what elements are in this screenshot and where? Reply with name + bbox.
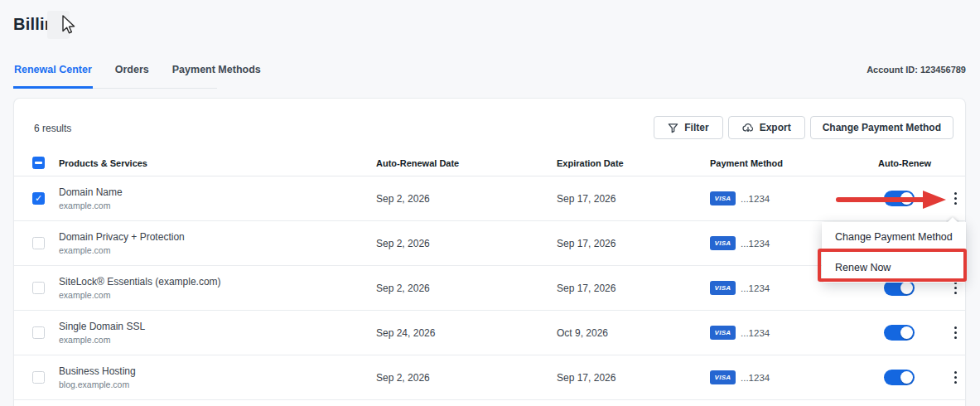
product-domain: blog.example.com <box>59 379 376 389</box>
product-name: Business Hosting <box>59 365 376 377</box>
menu-caret <box>946 215 959 222</box>
card-last4: ...1234 <box>741 194 770 204</box>
card-last4: ...1234 <box>741 328 770 338</box>
tab-renewal-center[interactable]: Renewal Center <box>13 61 93 89</box>
row-checkbox[interactable]: ✓ <box>32 237 45 249</box>
row-checkbox[interactable]: ✓ <box>32 192 45 205</box>
export-button-label: Export <box>760 122 791 133</box>
row-actions-kebab-icon[interactable] <box>949 190 963 208</box>
tab-payment-methods[interactable]: Payment Methods <box>171 61 262 89</box>
expiration-date: Sep 17, 2026 <box>557 283 710 294</box>
export-download-icon <box>742 122 754 133</box>
visa-card-badge: VISA <box>710 326 736 340</box>
header-expiration-date: Expiration Date <box>557 158 710 168</box>
filter-button-label: Filter <box>684 122 708 133</box>
product-name: Single Domain SSL <box>59 321 376 332</box>
product-name: Domain Name <box>59 186 376 198</box>
auto-renewal-date: Sep 2, 2026 <box>376 283 557 294</box>
expiration-date: Sep 17, 2026 <box>557 372 710 384</box>
row-checkbox[interactable]: ✓ <box>32 282 45 294</box>
change-payment-method-button[interactable]: Change Payment Method <box>810 116 953 139</box>
change-payment-method-label: Change Payment Method <box>823 122 941 133</box>
header-auto-renew: Auto-Renew <box>878 158 946 168</box>
export-button[interactable]: Export <box>728 116 805 139</box>
account-id-label: Account ID: 123456789 <box>867 65 966 75</box>
product-domain: example.com <box>59 201 376 210</box>
table-row: ✓ Business Hosting blog.example.com Sep … <box>14 355 965 400</box>
table-row: ✓ Single Domain SSL example.com Sep 24, … <box>14 311 965 355</box>
visa-card-badge: VISA <box>710 236 736 250</box>
expiration-date: Sep 17, 2026 <box>557 193 710 205</box>
product-name: Domain Privacy + Protection <box>59 231 376 243</box>
auto-renewal-date: Sep 2, 2026 <box>376 193 557 205</box>
table-body: ✓ Domain Name example.com Sep 2, 2026 Se… <box>14 176 965 400</box>
expiration-date: Sep 17, 2026 <box>557 238 710 249</box>
card-actions: Filter Export Change Payment Method <box>654 116 953 139</box>
row-actions-kebab-icon[interactable] <box>949 324 963 342</box>
product-domain: example.com <box>59 245 376 255</box>
row-checkbox[interactable]: ✓ <box>32 371 45 384</box>
visa-card-badge: VISA <box>710 281 736 295</box>
auto-renew-toggle[interactable] <box>884 191 915 206</box>
mouse-cursor-icon <box>60 15 78 36</box>
row-actions-kebab-icon[interactable] <box>949 369 963 387</box>
filter-button[interactable]: Filter <box>654 116 722 139</box>
visa-card-badge: VISA <box>710 191 736 205</box>
visa-card-badge: VISA <box>710 370 736 384</box>
card-last4: ...1234 <box>741 373 770 383</box>
auto-renewal-date: Sep 2, 2026 <box>376 372 557 384</box>
auto-renew-toggle[interactable] <box>884 325 915 341</box>
results-count: 6 results <box>34 123 71 134</box>
auto-renewal-date: Sep 2, 2026 <box>376 238 557 249</box>
table-header-row: Products & Services Auto-Renewal Date Ex… <box>14 150 965 176</box>
product-domain: example.com <box>59 290 376 300</box>
card-last4: ...1234 <box>741 283 770 293</box>
auto-renew-toggle[interactable] <box>884 370 915 385</box>
header-products-services: Products & Services <box>59 158 376 168</box>
tab-orders[interactable]: Orders <box>114 61 150 89</box>
filter-icon <box>668 123 678 133</box>
header-auto-renewal-date: Auto-Renewal Date <box>376 158 557 168</box>
row-context-menu: Change Payment Method Renew Now <box>822 222 966 283</box>
auto-renewal-date: Sep 24, 2026 <box>376 327 557 339</box>
row-checkbox[interactable]: ✓ <box>32 326 45 339</box>
header-payment-method: Payment Method <box>710 158 878 168</box>
menu-item-change-payment-method[interactable]: Change Payment Method <box>822 222 966 252</box>
tab-bar: Renewal Center Orders Payment Methods <box>13 61 217 89</box>
select-all-checkbox[interactable] <box>32 157 45 169</box>
product-domain: example.com <box>59 335 376 345</box>
table-row: ✓ Domain Name example.com Sep 2, 2026 Se… <box>14 176 965 221</box>
expiration-date: Oct 9, 2026 <box>557 327 710 339</box>
card-last4: ...1234 <box>741 239 770 249</box>
menu-item-renew-now[interactable]: Renew Now <box>822 252 966 283</box>
product-name: SiteLock® Essentials (example.com) <box>59 276 376 288</box>
